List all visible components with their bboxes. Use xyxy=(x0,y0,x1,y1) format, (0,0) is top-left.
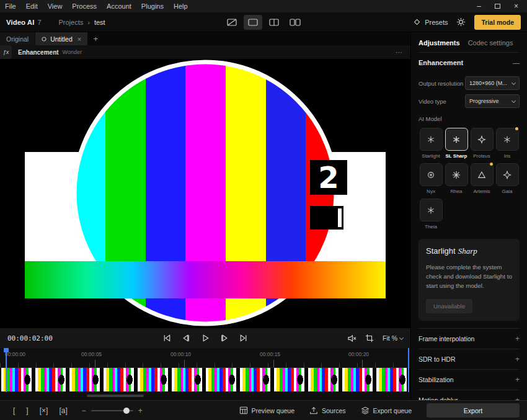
view-mode-original-overlay-button[interactable] xyxy=(223,15,241,30)
model-rhea[interactable]: Rhea xyxy=(444,163,469,194)
video-preview[interactable]: 2 xyxy=(0,59,410,328)
timeline-zoom-control: − + xyxy=(82,406,143,415)
menu-plugins[interactable]: Plugins xyxy=(136,2,169,10)
playhead[interactable] xyxy=(6,348,7,392)
main-area: Original Untitled × + ƒx Enhancement Won… xyxy=(0,32,527,400)
section-motion-deblur[interactable]: Motion deblur + xyxy=(418,390,520,400)
zoom-in-button[interactable]: + xyxy=(138,406,143,415)
zoom-slider[interactable] xyxy=(91,410,133,411)
set-out-point-button[interactable]: ] xyxy=(20,406,33,415)
maximize-button[interactable] xyxy=(495,4,500,9)
more-options-icon[interactable]: ⋯ xyxy=(396,48,403,56)
model-gaia[interactable]: Gaia xyxy=(495,163,520,194)
collapse-icon[interactable]: — xyxy=(513,59,520,66)
section-frame-interpolation[interactable]: Frame interpolation + xyxy=(418,328,520,349)
zoom-out-button[interactable]: − xyxy=(82,406,86,415)
output-resolution-select[interactable]: 1280×960 (M... xyxy=(465,76,520,90)
next-frame-button[interactable] xyxy=(220,334,229,342)
menu-process[interactable]: Process xyxy=(67,2,102,10)
previous-frame-button[interactable] xyxy=(182,334,191,342)
unavailable-button[interactable]: Unavailable xyxy=(426,299,472,313)
minimize-button[interactable]: – xyxy=(477,2,481,11)
breadcrumb: Projects › test xyxy=(59,19,105,26)
chevron-down-icon xyxy=(512,98,516,102)
video-type-select[interactable]: Progressive xyxy=(465,94,520,108)
model-nyx[interactable]: Nyx xyxy=(418,163,443,194)
timeline-scrollbar xyxy=(0,392,410,400)
tick-marks xyxy=(0,363,410,367)
trial-mode-button[interactable]: Trial mode xyxy=(474,15,521,30)
view-mode-side-by-side-button[interactable] xyxy=(286,15,304,30)
workspace: Original Untitled × + ƒx Enhancement Won… xyxy=(0,32,410,400)
menu-edit[interactable]: Edit xyxy=(21,2,43,10)
tab-codec-settings[interactable]: Codec settings xyxy=(468,39,513,47)
model-starlight[interactable]: Starlight xyxy=(418,128,443,159)
mute-audio-icon[interactable] xyxy=(347,334,356,342)
skip-to-end-button[interactable] xyxy=(239,334,249,342)
breadcrumb-current[interactable]: test xyxy=(94,19,105,26)
expand-icon[interactable]: + xyxy=(515,375,520,384)
transport-bar: 00:00:02:00 Fit % xyxy=(0,328,410,348)
tab-close-icon[interactable]: × xyxy=(78,35,81,43)
playhead-handle[interactable] xyxy=(4,348,9,352)
expand-icon[interactable]: + xyxy=(515,334,520,343)
triangle-icon xyxy=(477,171,486,179)
model-theia[interactable]: Theia xyxy=(418,199,443,230)
timeline-label: 00:00:20 xyxy=(348,351,369,357)
model-card-title: StarlightSharp xyxy=(426,246,512,256)
export-queue-button[interactable]: Export queue xyxy=(361,406,412,414)
zoom-to-selection-button[interactable]: [a] xyxy=(53,406,73,415)
enhancement-section-header[interactable]: Enhancement — xyxy=(418,52,520,72)
section-sdr-to-hdr[interactable]: SDR to HDR + xyxy=(418,349,520,369)
model-proteus[interactable]: Proteus xyxy=(469,128,494,159)
view-mode-single-button[interactable] xyxy=(244,15,262,30)
menu-file[interactable]: File xyxy=(0,2,21,10)
fit-zoom-dropdown[interactable]: Fit % xyxy=(383,334,403,342)
timeline-end-marker[interactable] xyxy=(408,348,409,392)
preview-queue-button[interactable]: Preview queue xyxy=(239,406,294,414)
clear-selection-button[interactable]: [×] xyxy=(34,406,54,415)
view-mode-split-button[interactable] xyxy=(265,15,283,30)
model-sl-sharp[interactable]: SL Sharp xyxy=(444,128,469,159)
add-tab-button[interactable]: + xyxy=(88,32,103,45)
sources-button[interactable]: Sources xyxy=(309,406,346,414)
sources-upload-icon xyxy=(309,406,318,414)
major-tick xyxy=(184,360,185,367)
settings-panel: Adjustments Codec settings Enhancement —… xyxy=(410,32,527,400)
filter-model-name: Wonder xyxy=(63,49,82,55)
expand-icon[interactable]: + xyxy=(515,355,520,364)
model-artemis[interactable]: Artemis xyxy=(469,163,494,194)
settings-gear-icon[interactable] xyxy=(456,17,466,27)
app-title[interactable]: Video AI xyxy=(6,19,34,26)
menu-account[interactable]: Account xyxy=(102,2,136,10)
testcard-frame: 2 xyxy=(25,59,386,328)
zoom-slider-knob[interactable] xyxy=(123,408,130,414)
skip-to-start-button[interactable] xyxy=(162,334,172,342)
menu-help[interactable]: Help xyxy=(169,2,193,10)
tab-adjustments[interactable]: Adjustments xyxy=(418,39,460,47)
close-button[interactable]: × xyxy=(514,2,518,11)
expand-icon[interactable]: + xyxy=(515,396,520,400)
split-view-icon xyxy=(269,18,279,27)
tab-untitled[interactable]: Untitled × xyxy=(35,32,87,45)
fx-icon[interactable]: ƒx xyxy=(0,45,12,59)
section-stabilization[interactable]: Stabilization + xyxy=(418,369,520,390)
filmstrip[interactable] xyxy=(0,367,410,392)
burst-icon xyxy=(452,171,461,179)
set-in-point-button[interactable]: [ xyxy=(7,406,20,415)
tab-status-icon xyxy=(42,37,46,42)
tab-original[interactable]: Original xyxy=(0,32,35,45)
sparkle-icon xyxy=(477,135,486,144)
menu-view[interactable]: View xyxy=(43,2,68,10)
app-window: File Edit View Process Account Plugins H… xyxy=(0,0,527,420)
crop-icon[interactable] xyxy=(365,334,374,342)
scrollbar-thumb[interactable] xyxy=(87,395,144,397)
export-button[interactable]: Export xyxy=(427,403,520,418)
breadcrumb-projects[interactable]: Projects xyxy=(59,19,84,26)
model-iris[interactable]: Iris xyxy=(495,128,520,159)
presets-button[interactable]: Presets xyxy=(413,18,448,26)
channel-number: 2 xyxy=(318,160,339,195)
timeline-ruler[interactable]: 00:00:00 00:00:05 00:00:10 00:00:15 00:0… xyxy=(0,348,410,367)
play-button[interactable] xyxy=(201,334,210,342)
view-mode-switcher xyxy=(223,15,304,30)
